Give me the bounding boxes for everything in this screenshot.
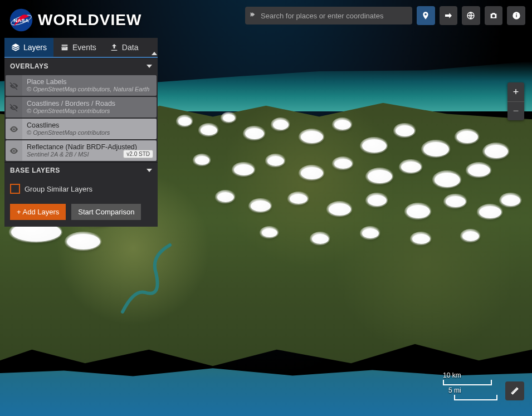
- version-badge: v2.0 STD: [123, 150, 153, 158]
- svg-text:i: i: [515, 13, 517, 18]
- search-input[interactable]: [261, 12, 404, 20]
- cloud: [446, 196, 466, 207]
- layer-body: Place Labels © OpenStreetMap contributor…: [22, 75, 157, 96]
- tab-layers[interactable]: Layers: [4, 38, 53, 57]
- cloud: [423, 142, 449, 156]
- cloud: [334, 159, 352, 169]
- scale-bar: [454, 395, 497, 400]
- group-similar-row[interactable]: Group Similar Layers: [4, 178, 158, 199]
- projection-button[interactable]: [462, 6, 480, 25]
- layer-coastlines[interactable]: Coastlines © OpenStreetMap contributors: [6, 119, 157, 139]
- search-box[interactable]: [245, 7, 412, 25]
- zoom-control: + −: [507, 82, 524, 120]
- visibility-toggle[interactable]: [6, 97, 22, 118]
- scale-mi-label: 5 mi: [448, 386, 461, 394]
- cloud: [412, 234, 430, 244]
- overlays-header[interactable]: OVERLAYS: [4, 58, 158, 74]
- info-button[interactable]: i: [507, 6, 525, 25]
- overlays-title: OVERLAYS: [10, 62, 48, 70]
- cloud: [201, 125, 217, 135]
- logo-row: NASA WORLDVIEW: [4, 4, 158, 38]
- cloud: [267, 156, 284, 166]
- cloud: [362, 228, 379, 238]
- cloud: [234, 164, 254, 175]
- base-layers-header[interactable]: BASE LAYERS: [4, 162, 158, 178]
- cloud: [368, 170, 392, 183]
- base-layers-title: BASE LAYERS: [10, 167, 60, 174]
- layer-body: Coastlines © OpenStreetMap contributors: [22, 119, 157, 139]
- measure-button[interactable]: [505, 381, 524, 400]
- cloud: [407, 205, 430, 218]
- zoom-out-button[interactable]: −: [507, 101, 524, 120]
- location-marker-button[interactable]: [417, 6, 435, 25]
- tab-data[interactable]: Data: [103, 38, 145, 57]
- cloud: [178, 117, 192, 126]
- sidebar-collapse-button[interactable]: [145, 38, 164, 57]
- sidebar: NASA WORLDVIEW Layers Events Data OVERLA…: [4, 4, 158, 227]
- cloud: [396, 125, 414, 136]
- cloud: [223, 114, 235, 122]
- share-button[interactable]: [440, 6, 458, 25]
- ruler-icon: [510, 386, 520, 396]
- cloud: [362, 139, 387, 153]
- start-comparison-button[interactable]: Start Comparison: [71, 204, 141, 220]
- eye-icon: [9, 146, 19, 156]
- sidebar-button-row: + Add Layers Start Comparison: [4, 199, 158, 227]
- snapshot-button[interactable]: [485, 6, 503, 25]
- svg-text:NASA: NASA: [13, 17, 28, 23]
- layer-place-labels[interactable]: Place Labels © OpenStreetMap contributor…: [6, 75, 157, 96]
- scale-bar: [443, 380, 492, 385]
- scale-indicator: 10 km 5 mi: [443, 371, 497, 400]
- cloud: [301, 131, 323, 143]
- layer-subtitle: © OpenStreetMap contributors: [27, 107, 152, 114]
- layer-subtitle: © OpenStreetMap contributors: [27, 129, 152, 136]
- map-river: [117, 239, 195, 317]
- cloud: [334, 120, 351, 130]
- group-similar-label: Group Similar Layers: [25, 185, 92, 193]
- visibility-toggle[interactable]: [6, 119, 22, 139]
- sidebar-tabs: Layers Events Data: [4, 38, 158, 58]
- cloud: [329, 203, 351, 216]
- top-toolbar: i: [245, 7, 525, 25]
- eye-off-icon: [9, 102, 19, 112]
- tab-events-label: Events: [72, 43, 96, 52]
- cloud: [462, 231, 479, 241]
- cloud: [479, 206, 501, 218]
- cloud: [301, 167, 323, 179]
- layer-title: Coastlines / Borders / Roads: [27, 100, 152, 107]
- scale-mi: 5 mi: [448, 386, 497, 400]
- layer-coastlines-borders-roads[interactable]: Coastlines / Borders / Roads © OpenStree…: [6, 97, 157, 118]
- chevron-up-icon: [152, 42, 157, 55]
- zoom-in-button[interactable]: +: [507, 82, 524, 101]
- layer-body: Reflectance (Nadir BRDF-Adjusted) Sentin…: [22, 140, 157, 161]
- layer-title: Coastlines: [27, 121, 152, 129]
- cloud: [262, 228, 277, 237]
- tab-events[interactable]: Events: [53, 38, 103, 57]
- eye-off-icon: [9, 81, 19, 91]
- overlay-layer-list: Place Labels © OpenStreetMap contributor…: [4, 74, 158, 162]
- chevron-down-icon: [147, 169, 152, 172]
- cloud: [217, 192, 234, 202]
- cloud: [312, 234, 329, 244]
- add-layers-button[interactable]: + Add Layers: [10, 204, 66, 220]
- nasa-logo-icon: NASA: [9, 8, 33, 32]
- cloud: [290, 194, 308, 204]
- tab-data-label: Data: [122, 43, 139, 52]
- cloud: [435, 173, 460, 187]
- scale-km: 10 km: [443, 371, 497, 385]
- cloud: [251, 200, 271, 212]
- cloud: [245, 128, 264, 139]
- layer-reflectance[interactable]: Reflectance (Nadir BRDF-Adjusted) Sentin…: [6, 140, 157, 161]
- cloud: [501, 195, 520, 206]
- cloud: [457, 131, 478, 143]
- visibility-toggle[interactable]: [6, 140, 22, 161]
- cloud: [273, 120, 289, 130]
- cloud: [485, 145, 508, 158]
- cloud: [401, 161, 421, 173]
- layer-body: Coastlines / Borders / Roads © OpenStree…: [22, 97, 157, 118]
- group-similar-checkbox[interactable]: [10, 184, 20, 194]
- visibility-toggle[interactable]: [6, 75, 22, 96]
- search-chevron-icon: [250, 11, 257, 21]
- cloud: [368, 195, 387, 206]
- chevron-down-icon: [147, 65, 152, 68]
